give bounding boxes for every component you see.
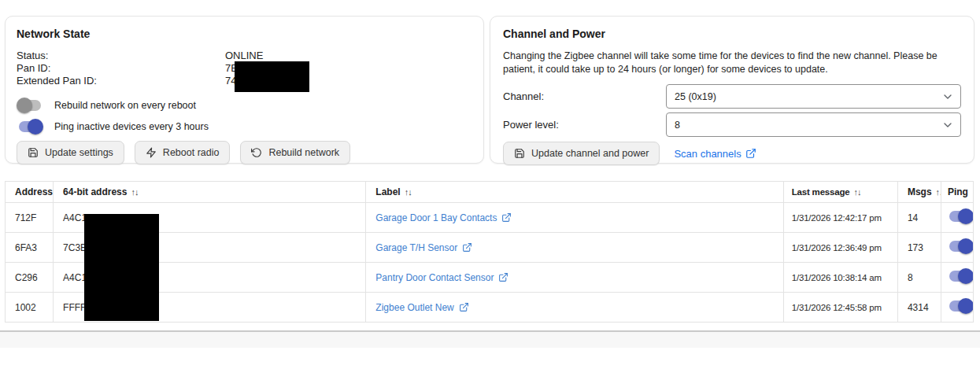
device-last-message: 1/31/2026 10:38:14 am (783, 263, 897, 293)
save-icon (28, 147, 39, 158)
col-header-address[interactable]: Address↑↓ (6, 182, 54, 203)
ping-inactive-row: Ping inactive devices every 3 hours (17, 119, 472, 135)
sort-icon: ↑↓ (131, 187, 138, 197)
redaction-block (235, 61, 309, 92)
device-msgs-count: 173 (897, 233, 941, 263)
device-ping-cell (941, 203, 973, 233)
device-label: Pantry Door Contact Sensor (375, 272, 494, 283)
ping-inactive-label: Ping inactive devices every 3 hours (54, 121, 209, 132)
device-link[interactable]: Pantry Door Contact Sensor (375, 272, 508, 283)
external-link-icon (745, 148, 756, 159)
save-icon (514, 148, 525, 159)
status-row: Status: ONLINE (17, 50, 472, 62)
footer-band (0, 330, 980, 348)
redaction-block (84, 214, 159, 321)
toggle-thumb (958, 298, 974, 314)
update-settings-label: Update settings (45, 147, 113, 158)
device-ping-cell (941, 233, 973, 263)
col-header-last-message[interactable]: Last message↑↓ (783, 182, 897, 203)
power-level-select-value: 8 (675, 120, 680, 131)
device-ping-cell (941, 263, 973, 293)
zigbee-settings-page: Network State Status: ONLINE Pan ID: 7E … (0, 0, 980, 365)
col-header-label[interactable]: Label↑↓ (366, 182, 783, 203)
update-channel-power-button[interactable]: Update channel and power (503, 142, 660, 165)
device-label: Garage Door 1 Bay Contacts (375, 212, 497, 223)
device-label-cell: Pantry Door Contact Sensor (366, 263, 783, 293)
channel-select-value: 25 (0x19) (675, 91, 716, 102)
pan-id-label: Pan ID: (17, 62, 225, 75)
external-link-icon (498, 272, 508, 282)
toggle-thumb (958, 268, 974, 284)
rebuild-on-reboot-row: Rebuild network on every reboot (17, 98, 472, 113)
channel-power-actions: Update channel and power Scan channels (503, 142, 961, 165)
scan-channels-label: Scan channels (674, 148, 741, 160)
status-value: ONLINE (225, 50, 263, 62)
device-link[interactable]: Garage T/H Sensor (375, 242, 472, 253)
rotate-ccw-icon (251, 147, 262, 158)
device-address: 6FA3 (6, 233, 54, 263)
device-label: Zigbee Outlet New (375, 302, 453, 313)
device-label: Garage T/H Sensor (375, 242, 457, 253)
external-link-icon (501, 212, 512, 223)
power-level-row: Power level: 8 (503, 112, 961, 137)
extended-pan-id-label: Extended Pan ID: (17, 75, 225, 87)
ping-toggle[interactable] (949, 271, 971, 282)
rebuild-network-label: Rebuild network (268, 147, 339, 158)
col-last-message-label: Last message (792, 187, 850, 197)
device-address: 712F (6, 203, 54, 233)
power-level-select[interactable]: 8 (666, 112, 961, 137)
channel-row: Channel: 25 (0x19) (503, 84, 961, 109)
device-last-message: 1/31/2026 12:42:17 pm (783, 203, 897, 233)
update-settings-button[interactable]: Update settings (17, 141, 124, 164)
sort-icon: ↑↓ (405, 187, 412, 197)
device-msgs-count: 8 (897, 263, 941, 293)
ping-inactive-toggle[interactable] (19, 121, 41, 132)
col-header-ping: Ping (941, 182, 973, 203)
channel-power-description: Changing the Zigbee channel will take so… (503, 50, 961, 76)
device-label-cell: Garage Door 1 Bay Contacts (366, 203, 783, 233)
channel-power-card: Channel and Power Changing the Zigbee ch… (490, 16, 974, 164)
col-label-label: Label (375, 186, 400, 197)
rebuild-network-button[interactable]: Rebuild network (240, 141, 350, 164)
device-last-message: 1/31/2026 12:45:58 pm (783, 293, 897, 323)
network-state-buttons: Update settings Reboot radio Rebuild net… (17, 141, 472, 164)
chevron-down-icon (941, 90, 954, 103)
col-msgs-label: Msgs (908, 186, 932, 197)
channel-select[interactable]: 25 (0x19) (666, 84, 961, 109)
device-last-message: 1/31/2026 12:36:49 pm (783, 233, 897, 263)
toggle-thumb (17, 98, 32, 113)
chevron-down-icon (941, 119, 954, 131)
rebuild-on-reboot-toggle[interactable] (19, 100, 41, 111)
col-header-64bit-address[interactable]: 64-bit address↑↓ (54, 182, 366, 203)
external-link-icon (459, 302, 469, 312)
device-ping-cell (941, 293, 973, 323)
reboot-radio-label: Reboot radio (163, 147, 220, 158)
network-state-title: Network State (17, 28, 472, 40)
update-channel-power-label: Update channel and power (531, 148, 649, 159)
sort-icon: ↑↓ (853, 187, 860, 197)
channel-power-title: Channel and Power (503, 28, 961, 40)
device-address: 1002 (6, 293, 54, 323)
channel-label: Channel: (503, 90, 666, 102)
ping-toggle[interactable] (949, 241, 971, 252)
external-link-icon (462, 242, 472, 253)
device-link[interactable]: Garage Door 1 Bay Contacts (375, 212, 512, 223)
status-label: Status: (17, 50, 225, 62)
rebuild-on-reboot-label: Rebuild network on every reboot (54, 100, 196, 111)
device-link[interactable]: Zigbee Outlet New (375, 302, 468, 313)
toggle-thumb (28, 119, 43, 135)
sort-icon: ↑↓ (936, 187, 941, 197)
ping-toggle[interactable] (949, 300, 971, 312)
table-header-row: Address↑↓ 64-bit address↑↓ Label↑↓ Last … (6, 182, 974, 203)
col-header-msgs[interactable]: Msgs↑↓ (897, 182, 941, 203)
device-label-cell: Zigbee Outlet New (366, 293, 783, 323)
col-64bit-label: 64-bit address (63, 186, 127, 197)
scan-channels-link[interactable]: Scan channels (674, 148, 756, 160)
device-msgs-count: 14 (897, 203, 941, 233)
network-toggles: Rebuild network on every reboot Ping ina… (17, 98, 472, 135)
reboot-radio-button[interactable]: Reboot radio (135, 141, 231, 164)
toggle-thumb (958, 238, 974, 254)
power-level-label: Power level: (503, 119, 666, 131)
ping-toggle[interactable] (949, 211, 971, 222)
device-label-cell: Garage T/H Sensor (366, 233, 783, 263)
